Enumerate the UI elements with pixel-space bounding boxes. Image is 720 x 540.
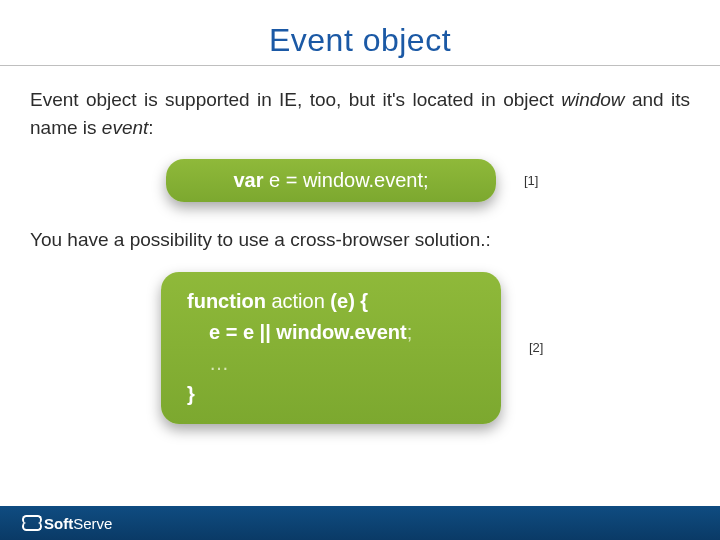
reference-2: [2] [529, 340, 559, 355]
page-title: Event object [0, 0, 720, 59]
code2-fn-name: action [266, 290, 330, 312]
paragraph-2: You have a possibility to use a cross-br… [30, 226, 690, 254]
code2-keyword: function [187, 290, 266, 312]
reference-1: [1] [524, 173, 554, 188]
code2-line-4: } [187, 379, 475, 410]
code-block-1: var e = window.event; [166, 159, 496, 202]
code1-keyword: var [233, 169, 263, 191]
content-area: Event object is supported in IE, too, bu… [0, 66, 720, 424]
footer-bar: SoftServe [0, 506, 720, 540]
code2-line-1: function action (e) { [187, 286, 475, 317]
code2-semi: ; [407, 321, 413, 343]
footer-brand-bold: Soft [44, 515, 73, 532]
paragraph-1: Event object is supported in IE, too, bu… [30, 86, 690, 141]
code2-paren: (e) { [330, 290, 368, 312]
code-row-1: var e = window.event; [1] [30, 159, 690, 202]
code2-body: e = e || window.event [209, 321, 407, 343]
footer-logo: SoftServe [22, 514, 112, 532]
code1-rest: e = window.event; [263, 169, 428, 191]
code-row-2: function action (e) { e = e || window.ev… [30, 272, 690, 424]
footer-brand-light: Serve [73, 515, 112, 532]
softserve-icon [22, 514, 40, 532]
code-block-2: function action (e) { e = e || window.ev… [161, 272, 501, 424]
code2-line-3: … [187, 348, 475, 379]
code2-line-2: e = e || window.event; [187, 317, 475, 348]
